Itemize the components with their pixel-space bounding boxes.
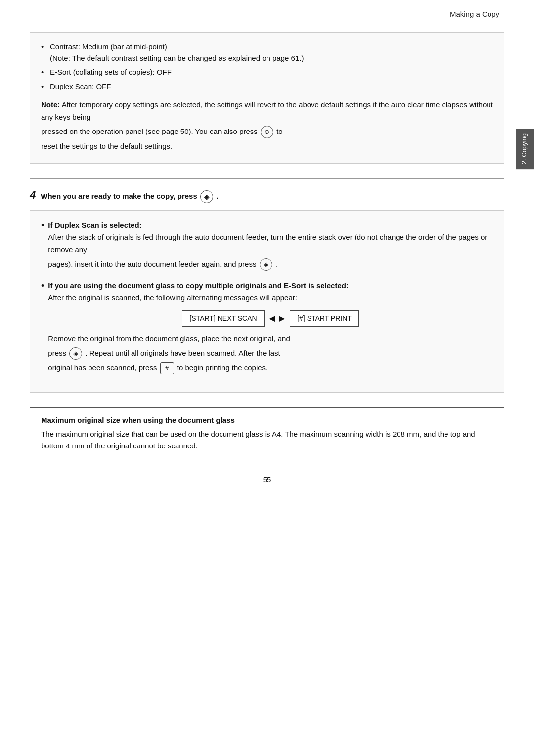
bullet-dot-1: • xyxy=(41,220,44,232)
scan-box-right: [#] START PRINT xyxy=(290,310,359,327)
note-box: Maximum original size when using the doc… xyxy=(30,407,504,460)
page-title: Making a Copy xyxy=(450,10,499,18)
bullet-contrast: Contrast: Medium (bar at mid-point) (Not… xyxy=(41,42,493,64)
scan-right-text: [#] START PRINT xyxy=(297,314,352,322)
bullet-duplex-scan: • If Duplex Scan is selected: After the … xyxy=(41,220,493,273)
note-line-3: reset the settings to the default settin… xyxy=(41,140,493,153)
original-scanned-text: original has been scanned, press xyxy=(48,363,159,372)
step-4-content: • If Duplex Scan is selected: After the … xyxy=(30,210,504,392)
info-box: Contrast: Medium (bar at mid-point) (Not… xyxy=(30,32,504,164)
bullet-doc-glass-body: If you are using the document glass to c… xyxy=(48,280,493,376)
main-content: Making a Copy Contrast: Medium (bar at m… xyxy=(30,0,504,756)
step-label: When you are ready to make the copy, pre… xyxy=(41,190,218,203)
start-icon-header: ◈ xyxy=(200,190,213,203)
scan-left-text: [START] NEXT SCAN xyxy=(189,314,257,322)
sidebar-tab: 2. Copying xyxy=(516,129,534,169)
duplex-line-2-text: pages), insert it into the auto document… xyxy=(48,260,258,268)
duplex-line-1: After the stack of originals is fed thro… xyxy=(48,231,493,256)
page-wrapper: 2. Copying Making a Copy Contrast: Mediu… xyxy=(0,0,534,756)
note-line-2: pressed on the operation panel (see page… xyxy=(41,126,493,138)
info-bullet-list: Contrast: Medium (bar at mid-point) (Not… xyxy=(41,42,493,92)
note-text-1: After temporary copy settings are select… xyxy=(41,100,493,121)
duplex-title: If Duplex Scan is selected: xyxy=(48,220,493,231)
note-text-4: reset the settings to the default settin… xyxy=(41,142,172,150)
step-number: 4 xyxy=(30,190,36,201)
note-text-3: to xyxy=(276,127,283,135)
section-divider xyxy=(30,178,504,179)
bullet-contrast-text: Contrast: Medium (bar at mid-point) xyxy=(50,43,167,51)
step-4-header: 4 When you are ready to make the copy, p… xyxy=(30,190,504,203)
note-text-2: pressed on the operation panel (see page… xyxy=(41,127,260,135)
press-label: press xyxy=(48,349,68,357)
begin-printing-text: to begin printing the copies. xyxy=(177,363,267,372)
bullet-esort-text: E-Sort (collating sets of copies): OFF xyxy=(50,68,172,76)
start-icon-duplex: ◈ xyxy=(260,258,272,271)
arrow-icon: ◄► xyxy=(267,311,287,326)
doc-glass-title: If you are using the document glass to c… xyxy=(48,280,493,292)
bullet-duplex-body: If Duplex Scan is selected: After the st… xyxy=(48,220,493,273)
clear-icon: ⊙ xyxy=(261,126,273,138)
note-paragraph: Note: After temporary copy settings are … xyxy=(41,99,493,152)
bullet-esort: E-Sort (collating sets of copies): OFF xyxy=(41,67,493,78)
bullet-contrast-subtext: (Note: The default contrast setting can … xyxy=(50,54,304,62)
bullet-doc-glass: • If you are using the document glass to… xyxy=(41,280,493,376)
doc-glass-line-4: original has been scanned, press # to be… xyxy=(48,362,493,374)
page-number: 55 xyxy=(30,475,504,493)
doc-glass-line-3: press ◈ . Repeat until all originals hav… xyxy=(48,347,493,360)
note-box-text: The maximum original size that can be us… xyxy=(41,428,493,452)
bullet-duplex: Duplex Scan: OFF xyxy=(41,81,493,92)
repeat-text: . Repeat until all originals have been s… xyxy=(85,349,280,357)
bullet-duplex-text: Duplex Scan: OFF xyxy=(50,82,111,90)
duplex-line-2: pages), insert it into the auto document… xyxy=(48,258,493,271)
hash-icon: # xyxy=(160,362,174,374)
scan-box-left: [START] NEXT SCAN xyxy=(182,310,264,327)
step-period: . xyxy=(216,192,218,200)
start-icon-glass: ◈ xyxy=(69,347,82,360)
bullet-dot-2: • xyxy=(41,280,44,292)
step-label-text: When you are ready to make the copy, pre… xyxy=(41,192,197,200)
note-box-title: Maximum original size when using the doc… xyxy=(41,416,493,424)
step-4-section: 4 When you are ready to make the copy, p… xyxy=(30,190,504,393)
duplex-period: . xyxy=(275,260,277,268)
scan-messages: [START] NEXT SCAN ◄► [#] START PRINT xyxy=(48,310,493,327)
scan-arrow: ◄► xyxy=(267,311,287,326)
chapter-number: 2. Copying xyxy=(520,133,528,164)
note-bold: Note: xyxy=(41,100,60,109)
page-header: Making a Copy xyxy=(30,10,504,18)
note-line-1: Note: After temporary copy settings are … xyxy=(41,99,493,124)
doc-glass-line-1: After the original is scanned, the follo… xyxy=(48,292,493,304)
doc-glass-line-2: Remove the original from the document gl… xyxy=(48,333,493,345)
